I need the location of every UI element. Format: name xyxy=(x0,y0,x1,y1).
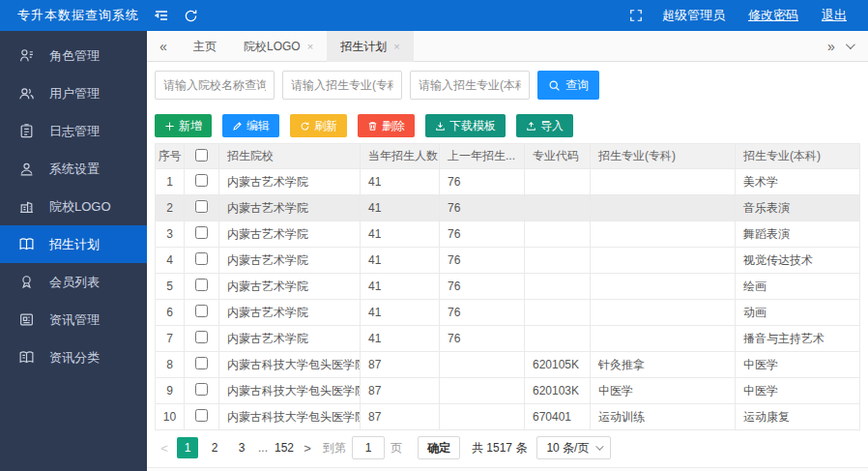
tabs-menu-chevron-down-icon[interactable] xyxy=(846,40,855,49)
sidebar-item-log-management[interactable]: 日志管理 xyxy=(0,112,147,150)
add-button[interactable]: 新增 xyxy=(155,114,212,137)
change-password-link[interactable]: 修改密码 xyxy=(748,7,798,24)
sidebar-item-label: 用户管理 xyxy=(49,85,100,103)
topbar: 专升本数据查询系统 超级管理员 修改密码 退出 xyxy=(0,0,868,31)
role-icon xyxy=(18,47,35,64)
cell-major-zhuanke xyxy=(591,195,736,221)
row-checkbox[interactable] xyxy=(195,305,208,317)
sidebar-item-news-management[interactable]: 资讯管理 xyxy=(0,301,147,339)
cell-major-code xyxy=(525,326,591,352)
next-page-icon[interactable]: > xyxy=(298,441,317,456)
download-template-button[interactable]: 下载模板 xyxy=(425,114,506,137)
cell-index: 2 xyxy=(156,195,185,221)
sidebar-item-news-category[interactable]: 资讯分类 xyxy=(0,339,147,376)
page-number-1[interactable]: 1 xyxy=(177,437,198,458)
page-number-3[interactable]: 3 xyxy=(231,437,252,458)
tab-enrollment-plan[interactable]: 招生计划× xyxy=(327,31,413,62)
refresh-page-icon[interactable] xyxy=(176,0,205,31)
sidebar-item-enrollment-plan[interactable]: 招生计划 xyxy=(0,225,147,263)
table-row[interactable]: 6 内蒙古艺术学院 41 76 动画 xyxy=(156,300,860,326)
cell-major-benke: 播音与主持艺术 xyxy=(736,326,860,352)
cell-major-code xyxy=(525,300,591,326)
log-icon xyxy=(18,123,35,139)
table-row[interactable]: 1 内蒙古艺术学院 41 76 美术学 xyxy=(156,169,860,195)
logout-link[interactable]: 退出 xyxy=(822,7,847,24)
table-row[interactable]: 3 内蒙古艺术学院 41 76 舞蹈表演 xyxy=(156,221,860,248)
settings-icon xyxy=(18,161,35,177)
delete-button[interactable]: 删除 xyxy=(358,114,415,137)
close-icon[interactable]: × xyxy=(307,41,313,52)
current-user[interactable]: 超级管理员 xyxy=(662,7,725,24)
cell-last-year: 76 xyxy=(440,300,525,326)
table-row[interactable]: 4 内蒙古艺术学院 41 76 视觉传达技术 xyxy=(156,248,860,274)
goto-page-label: 到第 xyxy=(323,440,346,456)
news-icon xyxy=(18,311,35,328)
sidebar-item-user-management[interactable]: 用户管理 xyxy=(0,74,147,112)
import-button[interactable]: 导入 xyxy=(516,114,573,137)
sidebar-item-role-management[interactable]: 角色管理 xyxy=(0,37,147,74)
cell-major-code xyxy=(525,169,591,195)
tabs-scroll-left-icon[interactable]: « xyxy=(147,39,180,54)
collapse-menu-icon[interactable] xyxy=(147,0,176,31)
refresh-button[interactable]: 刷新 xyxy=(290,114,347,137)
table-row[interactable]: 2 内蒙古艺术学院 41 76 音乐表演 xyxy=(156,195,860,221)
row-checkbox[interactable] xyxy=(195,252,208,265)
cell-current-year: 41 xyxy=(361,195,440,221)
tab-home[interactable]: 主页 xyxy=(180,31,230,62)
major-zhuanke-search-input[interactable] xyxy=(282,71,402,100)
school-name-search-input[interactable] xyxy=(155,71,275,100)
table-row[interactable]: 10 内蒙古科技大学包头医学院 87 670401 运动训练 运动康复 xyxy=(156,404,860,430)
sidebar-item-label: 招生计划 xyxy=(49,236,100,253)
cell-school: 内蒙古艺术学院 xyxy=(219,248,361,274)
page-size-select[interactable]: 10 条/页 xyxy=(536,436,611,459)
page-number-last[interactable]: 152 xyxy=(274,437,295,458)
row-checkbox[interactable] xyxy=(195,226,208,239)
edit-button[interactable]: 编辑 xyxy=(222,114,279,137)
row-checkbox[interactable] xyxy=(195,409,208,422)
select-all-checkbox[interactable] xyxy=(195,149,208,162)
goto-page-input[interactable] xyxy=(352,436,385,459)
app-title: 专升本数据查询系统 xyxy=(0,7,147,24)
page-number-2[interactable]: 2 xyxy=(204,437,225,458)
sidebar-item-system-settings[interactable]: 系统设置 xyxy=(0,150,147,188)
row-checkbox[interactable] xyxy=(195,383,208,396)
prev-page-icon[interactable]: < xyxy=(155,441,174,456)
row-checkbox[interactable] xyxy=(195,279,208,291)
table-header-row: 序号 招生院校 当年招生人数 上一年招生... 专业代码 招生专业(专科) 招生… xyxy=(156,144,860,169)
goto-confirm-button[interactable]: 确定 xyxy=(418,436,460,459)
table-row[interactable]: 7 内蒙古艺术学院 41 76 播音与主持艺术 xyxy=(156,326,860,352)
cell-checkbox xyxy=(185,352,219,378)
row-checkbox[interactable] xyxy=(195,331,208,343)
cell-current-year: 41 xyxy=(361,169,440,195)
row-checkbox[interactable] xyxy=(195,200,208,213)
major-benke-search-input[interactable] xyxy=(410,71,530,100)
cell-last-year: 76 xyxy=(440,274,525,300)
fullscreen-icon[interactable] xyxy=(622,0,651,31)
cell-checkbox xyxy=(185,404,219,430)
cell-index: 5 xyxy=(156,274,185,300)
sidebar-item-label: 院校LOGO xyxy=(49,198,111,216)
sidebar-item-school-logo[interactable]: 院校LOGO xyxy=(0,188,147,225)
table-row[interactable]: 9 内蒙古科技大学包头医学院 87 620103K 中医学 中医学 xyxy=(156,378,860,404)
page-ellipsis: ... xyxy=(258,441,268,455)
row-checkbox[interactable] xyxy=(195,357,208,369)
table-row[interactable]: 5 内蒙古艺术学院 41 76 绘画 xyxy=(156,274,860,300)
close-icon[interactable]: × xyxy=(393,41,399,52)
cell-major-zhuanke: 运动训练 xyxy=(591,404,736,430)
download-icon xyxy=(435,121,446,132)
row-checkbox[interactable] xyxy=(195,174,208,187)
cell-major-benke: 舞蹈表演 xyxy=(736,221,860,248)
query-button[interactable]: 查询 xyxy=(537,71,599,100)
category-icon xyxy=(18,349,35,366)
sidebar-item-member-list[interactable]: 会员列表 xyxy=(0,263,147,301)
header-major-zhuanke: 招生专业(专科) xyxy=(591,144,736,169)
sidebar: 角色管理 用户管理 日志管理 系统设置 院校LOGO 招生计划 会员列表 资讯 xyxy=(0,31,147,471)
cell-major-benke: 绘画 xyxy=(736,274,860,300)
cell-last-year: 76 xyxy=(440,221,525,248)
tabs-scroll-right-icon[interactable]: » xyxy=(817,39,846,54)
sidebar-item-label: 日志管理 xyxy=(49,123,100,140)
tab-bar: « 主页 院校LOGO× 招生计划× » xyxy=(147,31,868,62)
table-row[interactable]: 8 内蒙古科技大学包头医学院 87 620105K 针灸推拿 中医学 xyxy=(156,352,860,378)
cell-last-year: 76 xyxy=(440,169,525,195)
tab-school-logo[interactable]: 院校LOGO× xyxy=(230,31,327,62)
